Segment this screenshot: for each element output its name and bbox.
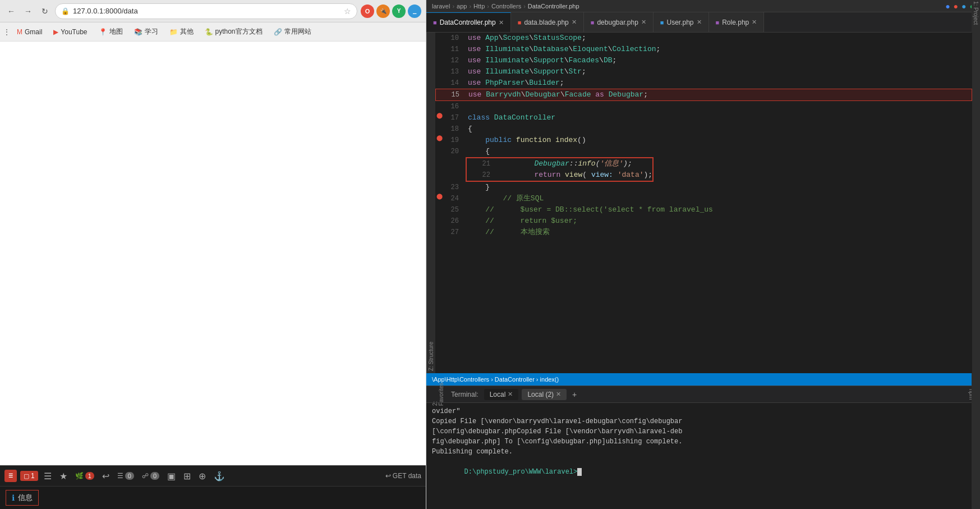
tab-role[interactable]: ■ Role.php ✕ (709, 12, 765, 32)
terminal-add-button[interactable]: + (572, 390, 577, 399)
php-icon: ■ (433, 19, 437, 26)
tab-datablade[interactable]: ■ data.blade.php ✕ (511, 12, 584, 32)
forward-button[interactable]: → (21, 4, 35, 18)
debugbar-btn-star[interactable]: ★ (57, 470, 70, 483)
code-line-14: 14 use PhpParser\Builder; (435, 77, 972, 89)
tab-close-2[interactable]: ✕ (641, 19, 646, 26)
bc-http: Http (473, 3, 485, 10)
bookmark-learn[interactable]: 📚 学习 (130, 25, 163, 38)
debugbar-btn-menu2[interactable]: ⊕ (196, 470, 208, 483)
tab-user[interactable]: ■ User.php ✕ (654, 12, 709, 32)
favorites-label[interactable]: 2: Favorites (432, 383, 444, 406)
extension-icon2[interactable]: Y (392, 4, 406, 18)
code-editor[interactable]: 10 use App\Scopes\StatusScope; 11 use Il… (435, 33, 972, 373)
browser-action-buttons: O 🔌 Y ⎯ (361, 4, 421, 18)
code-line-13: 13 use Illuminate\Support\Str; (435, 66, 972, 77)
extension-icon3[interactable]: ⎯ (408, 4, 421, 18)
code-line-22: 22 return view( view: 'data'); (467, 169, 652, 181)
messages-count: 1 (85, 472, 94, 480)
code-box-highlight: 21 Debugbar::info('信息'); 22 return view(… (466, 157, 654, 182)
cursor-block (577, 468, 582, 476)
tab-datacontroller[interactable]: ■ DataController.php ✕ (426, 12, 511, 32)
code-line-12: 12 use Illuminate\Support\Facades\DB; (435, 55, 972, 66)
chrome-icon: ● (945, 2, 950, 11)
debugbar-btn-square[interactable]: ▣ (165, 470, 178, 483)
firefox-icon: ● (954, 2, 958, 11)
extension-icon1[interactable]: 🔌 (376, 4, 390, 18)
tab-close-4[interactable]: ✕ (752, 19, 757, 26)
structure-label[interactable]: Z: Structure (426, 33, 435, 373)
user-icon: ■ (660, 19, 664, 26)
debugbar-btn-list[interactable]: ☰ (42, 470, 54, 483)
ide-breadcrumb: 1: Project laravel › app › Http › Contro… (426, 0, 980, 12)
term-line-5: D:\phpstudy_pro\WWW\laravel> (432, 457, 974, 487)
bookmark-other[interactable]: 📁 其他 (165, 25, 198, 38)
debugbar-message-item: ℹ 信息 (6, 490, 39, 506)
code-line-27: 27 // 本地搜索 (435, 227, 972, 238)
code-line-16: 16 (435, 101, 972, 112)
ide-panel: 1: Project laravel › app › Http › Contro… (426, 0, 980, 509)
address-bar[interactable]: 🔒 127.0.0.1:8000/data ☆ (55, 3, 357, 19)
debugbar-badge-count: 1 (31, 472, 35, 480)
debugbar: ☰ ▢ 1 ☰ ★ 🌿 1 ↩ ☰ 0 ☍ (0, 465, 426, 509)
terminal-close-1[interactable]: ✕ (556, 391, 561, 398)
term-line-0: ovider" (432, 406, 974, 416)
code-line-17: ⬤ 17 class DataController (435, 112, 972, 123)
php-icon3: ■ (716, 19, 720, 26)
back-button[interactable]: ← (4, 4, 18, 18)
info-icon: ℹ (12, 493, 15, 502)
bookmark-youtube[interactable]: ▶ YouTube (49, 26, 91, 38)
status-path: \App\Http\Controllers › DataController ›… (432, 376, 559, 383)
apps-icon[interactable]: ⋮ (3, 28, 10, 36)
bc-app: app (457, 3, 467, 10)
lock-icon: 🔒 (61, 7, 70, 15)
debugbar-btn-tag[interactable]: ⚓ (211, 470, 227, 483)
debugbar-logo: ☰ (4, 470, 17, 482)
bc-controllers: Controllers (491, 3, 521, 10)
code-line-21: 21 Debugbar::info('信息'); (467, 158, 652, 169)
bookmark-sites[interactable]: 🔗 常用网站 (269, 25, 316, 38)
browser-content: ☰ ▢ 1 ☰ ★ 🌿 1 ↩ ☰ 0 ☍ (0, 42, 426, 509)
debugbar-messages-badge[interactable]: ▢ 1 (20, 471, 38, 481)
url-text: 127.0.0.1:8000/data (73, 7, 341, 15)
tab-close-3[interactable]: ✕ (697, 19, 702, 26)
term-line-2: [\config\debugbar.phpCopied File [\vendo… (432, 427, 974, 437)
bookmark-python[interactable]: 🐍 python官方文档 (200, 25, 267, 38)
debugbar-messages-btn[interactable]: 🌿 1 (73, 471, 96, 481)
debugbar-btn-arrow[interactable]: ↩ (100, 470, 112, 483)
terminal-content: ovider" Copied File [\vendor\barryvdh\la… (426, 403, 980, 509)
terminal-tab-local2[interactable]: Local (2) ✕ (522, 389, 567, 400)
code-line-15: 15 use Barryvdh\Debugbar\Facade as Debug… (435, 89, 972, 101)
term-line-4: Publishing complete. (432, 447, 974, 457)
bc-file: DataController.php (528, 3, 579, 10)
ide-terminal: 2: Favorites Terminal: Local ✕ Local (2)… (426, 386, 980, 509)
code-line-10: 10 use App\Scopes\StatusScope; (435, 33, 972, 44)
exceptions-count: 0 (150, 472, 159, 480)
term-line-1: Copied File [\vendor\barryvdh\laravel-de… (432, 416, 974, 427)
code-line-24: ⬤ 24 // 原生SQL (435, 193, 972, 204)
reload-button[interactable]: ↻ (38, 4, 52, 18)
debugbar-exceptions-btn[interactable]: ☍ 0 (140, 471, 162, 481)
opera-icon[interactable]: O (361, 4, 374, 18)
code-line-19: ⬤ 19 public function index() (435, 135, 972, 146)
bookmark-maps[interactable]: 📍 地图 (94, 25, 127, 38)
terminal-tab-local[interactable]: Local ✕ (484, 389, 519, 400)
terminal-close-0[interactable]: ✕ (508, 391, 513, 398)
ide-code-main: Z: Structure 10 use App\Scopes\StatusSco… (426, 33, 980, 373)
ide-status-bar: \App\Http\Controllers › DataController ›… (426, 373, 980, 386)
debugbar-queries-btn[interactable]: ☰ 0 (115, 471, 136, 481)
tab-close-1[interactable]: ✕ (572, 19, 577, 26)
blade-icon: ■ (518, 19, 522, 26)
tab-close-0[interactable]: ✕ (499, 19, 504, 26)
code-line-20: 20 { (435, 146, 972, 157)
queries-count: 0 (125, 472, 134, 480)
code-line-11: 11 use Illuminate\Database\Eloquent\Coll… (435, 44, 972, 55)
debugbar-btn-menu1[interactable]: ⊞ (181, 470, 193, 483)
debugbar-get-label: ↩ GET data (385, 472, 421, 480)
bookmark-gmail[interactable]: M Gmail (12, 26, 47, 38)
code-line-26: 26 // return $user; (435, 215, 972, 227)
ide-tabs: ■ DataController.php ✕ ■ data.blade.php … (426, 12, 980, 33)
tab-debugbar[interactable]: ■ debugbar.php ✕ (584, 12, 654, 32)
bookmark-star-icon[interactable]: ☆ (344, 7, 351, 16)
bookmarks-bar: ⋮ M Gmail ▶ YouTube 📍 地图 📚 学习 📁 其他 🐍 pyt… (0, 22, 426, 42)
